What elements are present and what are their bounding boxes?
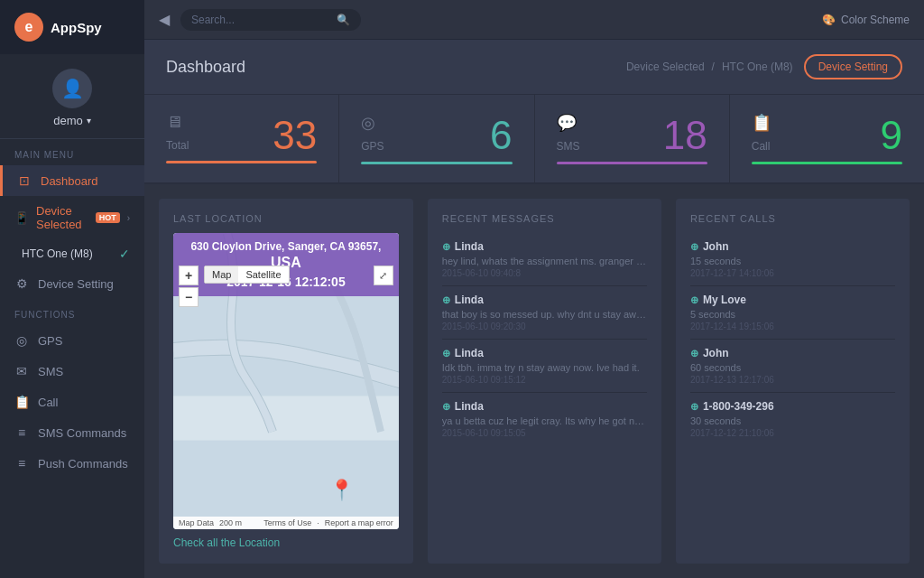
sidebar-item-label: SMS Commands: [38, 426, 126, 440]
contact-icon: ⊕: [690, 348, 698, 359]
sidebar-logo: e AppSpy: [0, 0, 144, 54]
check-location-link[interactable]: Check all the Location: [173, 536, 399, 549]
message-preview: that boy is so messed up. why dnt u stay…: [442, 309, 647, 320]
user-section: 👤 demo ▾: [0, 54, 144, 139]
sidebar-item-call[interactable]: 📋 Call: [0, 387, 144, 417]
contact-name: Linda: [455, 240, 484, 253]
call-icon: 📋: [14, 395, 29, 409]
satellite-tab[interactable]: Satellite: [238, 266, 288, 283]
sidebar-item-dashboard[interactable]: ⊡ Dashboard: [0, 165, 144, 196]
sidebar-device-name[interactable]: HTC One (M8) ✓: [0, 239, 144, 268]
zoom-out-button[interactable]: −: [179, 287, 199, 307]
stat-card-call: 📋 Call 9: [730, 95, 924, 182]
message-date: 2015-06-10 09:15:12: [442, 375, 647, 385]
contact-name: John: [703, 240, 729, 253]
map-zoom-controls: + −: [179, 266, 199, 307]
phone-icon: 📱: [14, 211, 29, 225]
sms-icon: ✉: [14, 364, 29, 378]
top-navigation: ◀ 🔍 🎨 Color Scheme: [144, 0, 924, 40]
main-content: ◀ 🔍 🎨 Color Scheme Dashboard Device Sele…: [144, 0, 924, 578]
map-pin-icon: 📍: [329, 479, 354, 502]
sidebar-item-label: Call: [38, 396, 58, 409]
sidebar-item-label: Device Setting: [38, 277, 114, 291]
contact-name: Linda: [455, 400, 484, 413]
contact-icon: ⊕: [442, 241, 450, 253]
call-date: 2017-12-17 14:10:06: [690, 268, 895, 278]
call-duration: 60 seconds: [690, 362, 895, 373]
call-list-item[interactable]: ⊕ John 60 seconds 2017-12-13 12:17:06: [690, 340, 895, 393]
message-date: 2015-06-10 09:20:30: [442, 322, 647, 331]
sidebar-item-device-setting[interactable]: ⚙ Device Setting: [0, 268, 144, 299]
map-expand-button[interactable]: ⤢: [374, 266, 393, 285]
message-list-item[interactable]: ⊕ Linda Idk tbh. imma try n stay away no…: [442, 340, 647, 393]
contact-name: My Love: [703, 294, 746, 306]
call-date: 2017-12-12 21:10:06: [690, 428, 895, 438]
stat-bar-total: [166, 161, 317, 163]
stat-value-sms: 18: [663, 113, 707, 158]
stat-value-call: 9: [881, 113, 902, 158]
map-tab-bar: Map Satellite: [204, 266, 290, 284]
sidebar-item-label: Device Selected: [36, 204, 88, 231]
contact-name: Linda: [455, 347, 484, 359]
contact-icon: ⊕: [690, 241, 698, 253]
map-tab[interactable]: Map: [205, 266, 238, 283]
map-data-label: Map Data: [179, 518, 214, 527]
sidebar-item-sms-commands[interactable]: ≡ SMS Commands: [0, 417, 144, 448]
messages-panel-title: RECENT MESSAGES: [442, 213, 647, 224]
sidebar-item-sms[interactable]: ✉ SMS: [0, 356, 144, 387]
message-preview: ya u betta cuz he legit cray. Its why he…: [442, 415, 647, 426]
call-list-item[interactable]: ⊕ 1-800-349-296 30 seconds 2017-12-12 21…: [690, 393, 895, 445]
calls-list: ⊕ John 15 seconds 2017-12-17 14:10:06 ⊕ …: [690, 233, 895, 549]
push-commands-icon: ≡: [14, 456, 29, 471]
contact-icon: ⊕: [442, 348, 450, 359]
device-setting-button[interactable]: Device Setting: [804, 54, 902, 79]
main-menu-label: MAIN MENU: [0, 139, 144, 165]
stat-card-sms: 💬 SMS 18: [535, 95, 730, 182]
checkmark-icon: ✓: [119, 247, 130, 261]
back-button[interactable]: ◀: [159, 11, 170, 28]
sidebar-item-device-selected[interactable]: 📱 Device Selected HOT ›: [0, 196, 144, 239]
map-address: 630 Cloylon Drive, Sanger, CA 93657,: [177, 240, 395, 253]
contact-icon: ⊕: [690, 401, 698, 413]
message-list-item[interactable]: ⊕ Linda hey lind, whats the assignment m…: [442, 233, 647, 286]
dropdown-arrow-icon: ▾: [87, 116, 91, 126]
terms-link[interactable]: Terms of Use: [263, 518, 311, 527]
stat-card-total: 🖥 Total 33: [144, 95, 339, 182]
stat-value-total: 33: [273, 113, 317, 158]
call-date: 2017-12-13 12:17:06: [690, 375, 895, 385]
header-right: Device Selected / HTC One (M8) Device Se…: [626, 54, 902, 79]
zoom-in-button[interactable]: +: [179, 266, 199, 285]
call-list-item[interactable]: ⊕ My Love 5 seconds 2017-12-14 19:15:06: [690, 286, 895, 340]
gps-icon: ◎: [14, 333, 29, 348]
sidebar-item-push-commands[interactable]: ≡ Push Commands: [0, 448, 144, 479]
call-list-item[interactable]: ⊕ John 15 seconds 2017-12-17 14:10:06: [690, 233, 895, 286]
page-header: Dashboard Device Selected / HTC One (M8)…: [144, 40, 924, 95]
svg-rect-1: [173, 396, 399, 440]
page-title: Dashboard: [166, 58, 245, 77]
map-panel-title: LAST LOCATION: [173, 213, 399, 224]
map-panel: LAST LOCATION 630 Cloylon Drive, Sanger,…: [159, 199, 413, 564]
sms-commands-icon: ≡: [14, 425, 29, 440]
report-link[interactable]: Report a map error: [325, 518, 393, 527]
sidebar-item-label: Push Commands: [38, 457, 128, 471]
map-container: 630 Cloylon Drive, Sanger, CA 93657, USA…: [173, 233, 399, 529]
color-scheme-button[interactable]: 🎨 Color Scheme: [822, 14, 910, 26]
content-area: LAST LOCATION 630 Cloylon Drive, Sanger,…: [144, 184, 924, 578]
calls-panel: RECENT CALLS ⊕ John 15 seconds 2017-12-1…: [676, 199, 910, 564]
user-name[interactable]: demo ▾: [53, 114, 91, 127]
stat-bar-sms: [557, 162, 707, 164]
calls-panel-title: RECENT CALLS: [690, 213, 895, 224]
contact-name: John: [703, 347, 729, 359]
search-input[interactable]: [191, 14, 331, 26]
sidebar: e AppSpy 👤 demo ▾ MAIN MENU ⊡ Dashboard …: [0, 0, 144, 578]
stat-bar-gps: [361, 162, 512, 164]
message-list-item[interactable]: ⊕ Linda that boy is so messed up. why dn…: [442, 286, 647, 340]
call-duration: 5 seconds: [690, 309, 895, 320]
sidebar-item-gps[interactable]: ◎ GPS: [0, 325, 144, 356]
message-list-item[interactable]: ⊕ Linda ya u betta cuz he legit cray. It…: [442, 393, 647, 445]
gear-icon: ⚙: [14, 276, 29, 291]
sidebar-item-label: SMS: [38, 365, 63, 378]
message-preview: Idk tbh. imma try n stay away now. Ive h…: [442, 362, 647, 373]
stats-row: 🖥 Total 33 ◎ GPS 6 💬 SMS 18 📋 Call 9: [144, 95, 924, 184]
app-logo-icon: e: [14, 13, 43, 42]
